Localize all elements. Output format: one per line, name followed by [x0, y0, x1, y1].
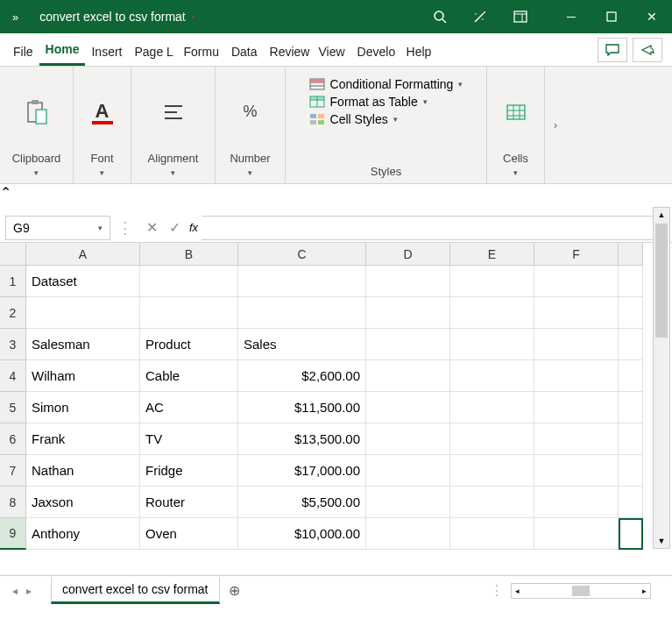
cell-A7[interactable]: Nathan: [26, 455, 140, 487]
cell-D1[interactable]: [366, 266, 450, 297]
col-header-b[interactable]: B: [140, 243, 238, 266]
row-header[interactable]: 4: [0, 360, 26, 392]
cell-C9[interactable]: $10,000.00: [238, 518, 366, 550]
cell-D4[interactable]: [366, 360, 450, 392]
cell-B9[interactable]: Oven: [140, 518, 238, 550]
scroll-up-icon[interactable]: ▲: [654, 208, 669, 222]
cell-A2[interactable]: [26, 297, 140, 329]
cell-F2[interactable]: [534, 297, 619, 329]
tab-insert[interactable]: Insert: [85, 38, 128, 66]
select-all-corner[interactable]: [0, 243, 26, 266]
cell-C7[interactable]: $17,000.00: [238, 455, 366, 487]
cell-E6[interactable]: [450, 423, 534, 455]
cell-E7[interactable]: [450, 455, 534, 487]
cell-C5[interactable]: $11,500.00: [238, 392, 366, 423]
cell-F8[interactable]: [534, 487, 619, 518]
name-box[interactable]: G9 ▾: [5, 216, 110, 240]
tab-help[interactable]: Help: [400, 38, 438, 66]
cell-C4[interactable]: $2,600.00: [238, 360, 366, 392]
accept-formula-icon[interactable]: ✓: [163, 219, 186, 236]
cell-C6[interactable]: $13,500.00: [238, 423, 366, 455]
collapse-ribbon-icon[interactable]: ⌃: [0, 184, 672, 201]
quick-access-more-icon[interactable]: »: [0, 11, 31, 24]
cell-B7[interactable]: Fridge: [140, 455, 238, 487]
row-header[interactable]: 8: [0, 487, 26, 518]
col-header-a[interactable]: A: [26, 243, 140, 266]
cell-E9[interactable]: [450, 518, 534, 550]
cell-C1[interactable]: [238, 266, 366, 297]
cell-C8[interactable]: $5,500.00: [238, 487, 366, 518]
fx-label[interactable]: fx: [186, 221, 202, 234]
row-header[interactable]: 6: [0, 423, 26, 455]
col-header-d[interactable]: D: [366, 243, 450, 266]
scroll-down-icon[interactable]: ▼: [654, 534, 669, 548]
cell-B1[interactable]: [140, 266, 238, 297]
add-sheet-icon[interactable]: ⊕: [220, 582, 249, 599]
tab-review[interactable]: Review: [264, 38, 313, 66]
row-header[interactable]: 2: [0, 297, 26, 329]
cell-G8[interactable]: [619, 487, 643, 518]
title-dropdown-icon[interactable]: ▾: [191, 12, 195, 21]
ribbon-more-icon[interactable]: ›: [545, 67, 566, 183]
alignment-icon[interactable]: [159, 97, 188, 127]
cell-D2[interactable]: [366, 297, 450, 329]
cell-G9[interactable]: [619, 518, 643, 550]
cell-G2[interactable]: [619, 297, 643, 329]
cell-F4[interactable]: [534, 360, 619, 392]
share-button[interactable]: [633, 38, 662, 62]
cell-D8[interactable]: [366, 487, 450, 518]
cell-D9[interactable]: [366, 518, 450, 550]
cell-A9[interactable]: Anthony: [26, 518, 140, 550]
col-header-f[interactable]: F: [534, 243, 619, 266]
tab-file[interactable]: File: [7, 38, 39, 66]
cell-F3[interactable]: [534, 329, 619, 360]
horizontal-scrollbar[interactable]: ◂ ▸: [511, 583, 651, 599]
cell-D5[interactable]: [366, 392, 450, 423]
cell-D3[interactable]: [366, 329, 450, 360]
name-box-dropdown-icon[interactable]: ▾: [98, 224, 103, 232]
cell-D6[interactable]: [366, 423, 450, 455]
sheet-tab-active[interactable]: convert excel to csv format: [51, 577, 220, 604]
tab-page-layout[interactable]: Page L: [128, 38, 177, 66]
cell-B6[interactable]: TV: [140, 423, 238, 455]
cancel-formula-icon[interactable]: ✕: [140, 219, 163, 236]
cell-G3[interactable]: [619, 329, 643, 360]
cell-B4[interactable]: Cable: [140, 360, 238, 392]
row-header[interactable]: 1: [0, 266, 26, 297]
row-header[interactable]: 9: [0, 518, 26, 550]
row-header[interactable]: 3: [0, 329, 26, 360]
formula-input[interactable]: [202, 216, 654, 240]
cell-A6[interactable]: Frank: [26, 423, 140, 455]
tab-formulas[interactable]: Formu: [177, 38, 224, 66]
cell-F1[interactable]: [534, 266, 619, 297]
cell-E8[interactable]: [450, 487, 534, 518]
hscroll-right-icon[interactable]: ▸: [642, 587, 647, 595]
cell-F5[interactable]: [534, 392, 619, 423]
cell-F6[interactable]: [534, 423, 619, 455]
font-icon[interactable]: A: [88, 97, 117, 127]
cell-G7[interactable]: [619, 455, 643, 487]
window-layout-icon[interactable]: [500, 0, 541, 33]
cell-C3[interactable]: Sales: [238, 329, 366, 360]
paste-icon[interactable]: [22, 97, 52, 127]
cell-A1[interactable]: Dataset: [26, 266, 140, 297]
close-button[interactable]: ✕: [632, 0, 672, 33]
cell-A5[interactable]: Simon: [26, 392, 140, 423]
cell-E2[interactable]: [450, 297, 534, 329]
hscroll-left-icon[interactable]: ◂: [515, 587, 520, 595]
cell-G6[interactable]: [619, 423, 643, 455]
cell-A4[interactable]: Wilham: [26, 360, 140, 392]
tab-view[interactable]: View: [313, 38, 351, 66]
cell-G1[interactable]: [619, 266, 643, 297]
cell-G5[interactable]: [619, 392, 643, 423]
vertical-scrollbar[interactable]: ▲ ▼: [653, 207, 670, 549]
sheet-nav-next-icon[interactable]: ▸: [26, 585, 32, 597]
cell-C2[interactable]: [238, 297, 366, 329]
row-header[interactable]: 5: [0, 392, 26, 423]
tab-data[interactable]: Data: [225, 38, 264, 66]
cell-E3[interactable]: [450, 329, 534, 360]
cell-B2[interactable]: [140, 297, 238, 329]
sheet-nav-prev-icon[interactable]: ◂: [12, 585, 18, 597]
conditional-formatting-button[interactable]: Conditional Formatting ▾: [309, 77, 463, 91]
cell-E1[interactable]: [450, 266, 534, 297]
